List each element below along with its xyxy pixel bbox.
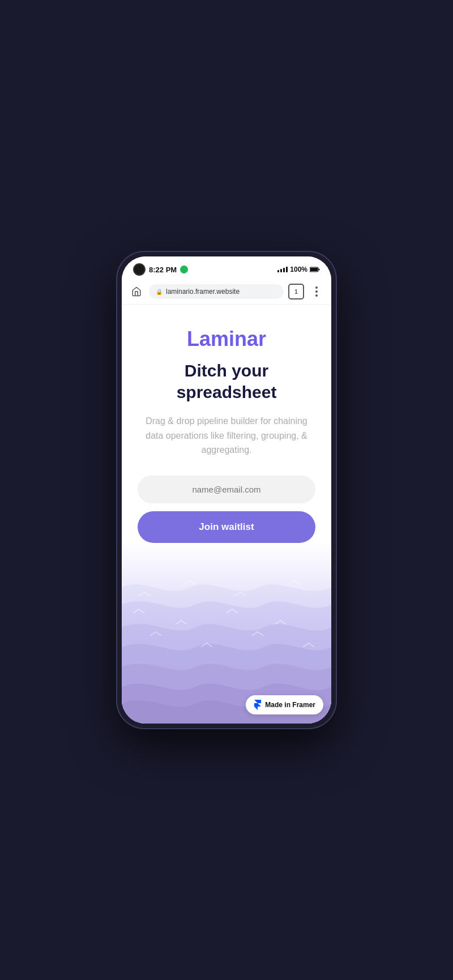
framer-logo-icon: [254, 700, 262, 710]
status-time: 8:22 PM: [149, 266, 177, 274]
signal-bar-2: [280, 269, 282, 272]
menu-dot-2: [315, 290, 318, 293]
page-content: Laminar Ditch your spreadsheet Drag & dr…: [122, 305, 331, 724]
tab-button[interactable]: 1: [288, 284, 304, 299]
lock-icon: 🔒: [156, 289, 163, 295]
browser-bar: 🔒 laminario.framer.website 1: [122, 279, 331, 305]
menu-button[interactable]: [309, 284, 324, 299]
menu-dot-1: [315, 286, 318, 289]
battery-percent: 100%: [290, 266, 307, 273]
svg-rect-1: [319, 269, 320, 271]
framer-badge-text: Made in Framer: [265, 701, 315, 709]
url-text: laminario.framer.website: [166, 288, 240, 296]
join-waitlist-button[interactable]: Join waitlist: [138, 511, 315, 543]
app-title: Laminar: [187, 327, 266, 351]
camera-icon: [133, 263, 146, 276]
framer-badge[interactable]: Made in Framer: [246, 695, 323, 714]
spotify-icon: [180, 266, 188, 273]
hero-subtext: Drag & drop pipeline builder for chainin…: [142, 414, 311, 457]
svg-rect-2: [310, 268, 318, 271]
phone-device: 8:22 PM 100%: [116, 251, 337, 729]
email-input[interactable]: [138, 476, 315, 503]
status-left: 8:22 PM: [133, 263, 188, 276]
signal-bar-4: [286, 267, 288, 272]
hero-headline: Ditch your spreadsheet: [177, 360, 277, 403]
headline-line2: spreadsheet: [177, 383, 277, 401]
status-right: 100%: [277, 266, 320, 273]
battery-icon: [310, 267, 320, 272]
tab-count: 1: [294, 289, 298, 295]
content-area: Laminar Ditch your spreadsheet Drag & dr…: [138, 327, 315, 543]
headline-line1: Ditch your: [185, 361, 268, 380]
url-bar[interactable]: 🔒 laminario.framer.website: [149, 284, 284, 299]
signal-bars: [277, 267, 288, 272]
main-content: Laminar Ditch your spreadsheet Drag & dr…: [122, 305, 331, 724]
status-bar: 8:22 PM 100%: [122, 256, 331, 279]
menu-dot-3: [315, 294, 318, 297]
signal-bar-3: [283, 268, 285, 272]
phone-screen: 8:22 PM 100%: [122, 256, 331, 724]
signal-bar-1: [277, 270, 279, 272]
home-button[interactable]: [129, 284, 144, 299]
